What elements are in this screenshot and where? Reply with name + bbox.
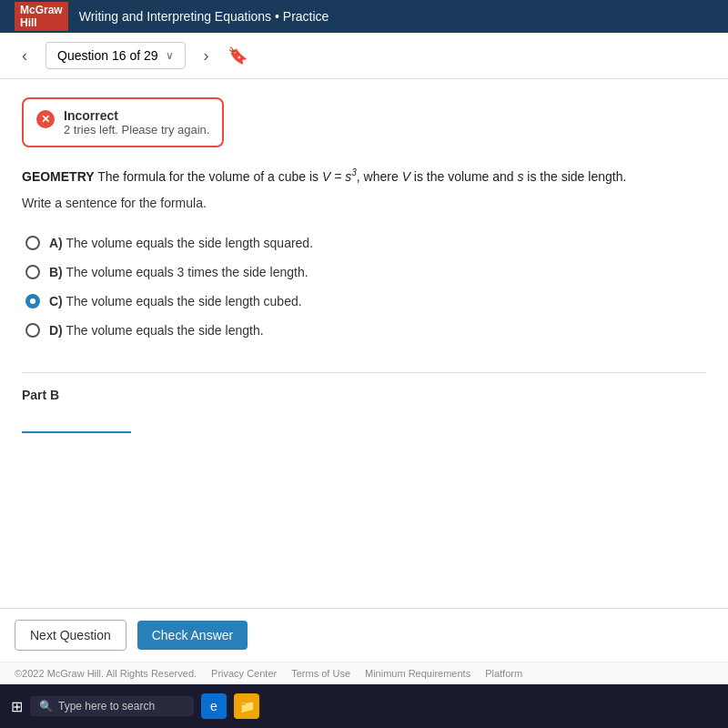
option-c[interactable]: C) The volume equals the side length cub… xyxy=(22,287,706,316)
question-selector[interactable]: Question 16 of 29 ∨ xyxy=(46,42,186,69)
options-list: A) The volume equals the side length squ… xyxy=(22,228,706,345)
option-b[interactable]: B) The volume equals 3 times the side le… xyxy=(22,258,706,287)
taskbar: ⊞ 🔍 Type here to search e 📁 xyxy=(0,684,728,728)
privacy-link[interactable]: Privacy Center xyxy=(211,668,277,679)
radio-c[interactable] xyxy=(25,294,40,308)
check-answer-button[interactable]: Check Answer xyxy=(137,621,248,650)
page-title: Writing and Interpreting Equations • Pra… xyxy=(79,9,329,24)
nav-bar: ‹ Question 16 of 29 ∨ › 🔖 xyxy=(0,33,728,79)
bookmark-icon[interactable]: 🔖 xyxy=(228,46,248,66)
brand-logo: McGrawHill xyxy=(15,2,68,31)
taskbar-search-box[interactable]: 🔍 Type here to search xyxy=(30,696,194,716)
subject-label: GEOMETRY xyxy=(22,169,95,184)
main-content: ‹ Question 16 of 29 ∨ › 🔖 ✕ Incorrect 2 … xyxy=(0,33,728,684)
min-req-link[interactable]: Minimum Requirements xyxy=(365,668,470,679)
next-question-button[interactable]: › xyxy=(197,43,217,69)
radio-a[interactable] xyxy=(25,236,40,250)
instruction-text: Write a sentence for the formula. xyxy=(22,196,706,210)
feedback-detail: 2 tries left. Please try again. xyxy=(64,123,209,136)
incorrect-icon: ✕ xyxy=(36,110,55,128)
copyright-text: ©2022 McGraw Hill. All Rights Reserved. xyxy=(15,668,197,679)
folder-icon[interactable]: 📁 xyxy=(234,693,259,719)
footer-bar: Next Question Check Answer xyxy=(0,608,728,662)
option-a-text: A) The volume equals the side length squ… xyxy=(49,236,313,250)
edge-browser-icon[interactable]: e xyxy=(201,693,227,719)
copyright-bar: ©2022 McGraw Hill. All Rights Reserved. … xyxy=(0,662,728,684)
next-question-button[interactable]: Next Question xyxy=(15,620,126,651)
question-counter-label: Question 16 of 29 xyxy=(57,48,158,63)
question-text-before: The formula for the volume of a cube is … xyxy=(97,169,626,184)
radio-d[interactable] xyxy=(25,323,40,338)
option-c-text: C) The volume equals the side length cub… xyxy=(49,294,302,308)
formula-display: V = s3 xyxy=(322,169,357,184)
radio-b[interactable] xyxy=(25,265,40,279)
option-a[interactable]: A) The volume equals the side length squ… xyxy=(22,228,706,258)
search-icon: 🔍 xyxy=(39,700,53,713)
option-d-text: D) The volume equals the side length. xyxy=(49,323,264,338)
option-d[interactable]: D) The volume equals the side length. xyxy=(22,316,706,345)
terms-link[interactable]: Terms of Use xyxy=(291,668,350,679)
part-b-input[interactable] xyxy=(22,411,131,433)
feedback-status: Incorrect xyxy=(64,108,209,123)
part-b-label: Part B xyxy=(22,372,706,402)
content-area: ✕ Incorrect 2 tries left. Please try aga… xyxy=(0,79,728,608)
taskbar-search-label: Type here to search xyxy=(58,700,155,713)
question-text: GEOMETRY The formula for the volume of a… xyxy=(22,166,706,187)
feedback-text: Incorrect 2 tries left. Please try again… xyxy=(64,108,209,136)
option-b-text: B) The volume equals 3 times the side le… xyxy=(49,265,308,279)
prev-question-button[interactable]: ‹ xyxy=(15,43,35,69)
feedback-box: ✕ Incorrect 2 tries left. Please try aga… xyxy=(22,97,224,147)
header-bar: McGrawHill Writing and Interpreting Equa… xyxy=(0,0,728,33)
platform-link[interactable]: Platform xyxy=(485,668,522,679)
windows-icon[interactable]: ⊞ xyxy=(11,698,23,715)
chevron-down-icon: ∨ xyxy=(166,49,174,62)
